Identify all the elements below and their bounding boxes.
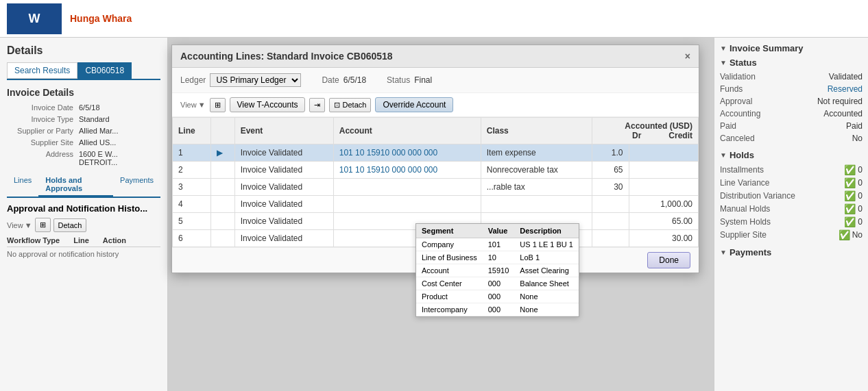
tab-holds-approvals[interactable]: Holds and Approvals: [38, 173, 113, 197]
modal-toolbar: View ▼ ⊞ View T-Accounts ⇥ ⊡ Detach Over…: [172, 93, 699, 117]
col-workflow-type: Workflow Type: [7, 236, 60, 244]
tab-search-results[interactable]: Search Results: [7, 62, 77, 79]
details-title: Details: [7, 45, 160, 57]
tabs-row: Search Results CB060518: [7, 62, 160, 80]
holds-badge: ✅ 0: [844, 203, 863, 214]
holds-badge: ✅ 0: [844, 164, 863, 175]
modal-detach-btn[interactable]: ⊡ Detach: [329, 98, 371, 112]
holds-count: 0: [858, 191, 863, 201]
supplier-site-label: Supplier Site: [7, 138, 79, 147]
modal-grid-btn[interactable]: ⊞: [210, 98, 226, 112]
tooltip-segment: Product: [416, 290, 483, 303]
status-label: Status: [387, 75, 410, 85]
cell-expand: [210, 179, 234, 196]
cell-event: Invoice Validated: [234, 179, 333, 196]
status-value: Final: [414, 75, 432, 85]
col-header-account: Account: [333, 118, 481, 144]
date-field: Date 6/5/18: [322, 73, 366, 87]
detach-btn[interactable]: Detach: [53, 218, 87, 232]
tooltip-segment: Intercompany: [416, 303, 483, 316]
cell-credit: [629, 162, 698, 179]
tooltip-col-value: Value: [483, 224, 515, 238]
cell-credit: 1,000.00: [629, 196, 698, 213]
status-rows: Validation Validated Funds Reserved Appr…: [720, 72, 863, 143]
holds-row: Supplier Site ✅ No: [720, 229, 863, 240]
tooltip-segment: Account: [416, 264, 483, 277]
tooltip-row: Account 15910 Asset Clearing: [416, 264, 579, 277]
status-row: Validation Validated: [720, 72, 863, 81]
cell-class: [481, 196, 592, 213]
cell-expand: [210, 213, 234, 230]
modal-title: Accounting Lines: Standard Invoice CB060…: [180, 51, 393, 62]
detach-icon: ⊡: [334, 101, 340, 109]
status-section-header: ▼ Status: [720, 58, 863, 68]
cell-credit: [629, 179, 698, 196]
status-label: Funds: [720, 84, 743, 94]
modal-close-button[interactable]: ×: [685, 51, 690, 62]
tooltip-description: LoB 1: [514, 251, 579, 264]
grid-icon-btn[interactable]: ⊞: [35, 218, 51, 232]
check-circle-icon: ✅: [844, 164, 856, 175]
cell-credit: [629, 144, 698, 162]
supplier-site-value: Allied US...: [79, 138, 116, 147]
expand-button[interactable]: ▶: [217, 148, 223, 157]
segment-tooltip: Segment Value Description Company 101 US…: [415, 223, 579, 317]
invoice-type-value: Standard: [79, 115, 110, 123]
no-history-text: No approval or notification history: [7, 250, 160, 258]
approval-col-headers: Workflow Type Line Action: [7, 236, 160, 247]
table-row: 2 Invoice Validated 101 10 15910 000 000…: [173, 162, 699, 179]
payments-title: Payments: [730, 247, 771, 257]
status-value: Paid: [846, 121, 863, 131]
payments-section-header: ▼ Payments: [720, 247, 863, 257]
cell-line: 5: [173, 213, 211, 230]
right-panel: ▼ Invoice Summary ▼ Status Validation Va…: [714, 38, 868, 391]
tab-cb060518[interactable]: CB060518: [77, 62, 132, 79]
modal-header: Accounting Lines: Standard Invoice CB060…: [172, 45, 699, 68]
status-row: Canceled No: [720, 134, 863, 143]
cell-class: Nonrecoverable tax: [481, 162, 592, 179]
holds-count: 0: [858, 178, 863, 188]
tab-lines[interactable]: Lines: [7, 173, 38, 197]
status-value: Accounted: [823, 109, 863, 118]
invoice-date-row: Invoice Date 6/5/18: [7, 103, 160, 112]
check-circle-icon: ✅: [839, 229, 850, 240]
status-row: Funds Reserved: [720, 84, 863, 94]
holds-triangle-icon: ▼: [720, 151, 727, 159]
cell-event: Invoice Validated: [234, 162, 333, 179]
tooltip-description: None: [514, 303, 579, 316]
tooltip-description: None: [514, 290, 579, 303]
logo-icon: W: [29, 12, 40, 26]
holds-row: Installments ✅ 0: [720, 164, 863, 175]
tooltip-description: Asset Clearing: [514, 264, 579, 277]
holds-badge: ✅ 0: [844, 177, 863, 188]
done-button[interactable]: Done: [647, 252, 690, 268]
holds-count: No: [852, 230, 863, 240]
override-account-button[interactable]: Override Account: [375, 97, 453, 112]
col-header-accounted: Accounted (USD) Dr Credit: [592, 118, 698, 144]
tooltip-value: 10: [483, 251, 515, 264]
cell-expand: [210, 162, 234, 179]
cell-dr: [592, 230, 629, 247]
tab-payments[interactable]: Payments: [113, 173, 160, 197]
ledger-field: Ledger US Primary Ledger: [180, 73, 301, 87]
holds-row: Line Variance ✅ 0: [720, 177, 863, 188]
status-label: Accounting: [720, 109, 760, 118]
modal-export-btn[interactable]: ⇥: [309, 98, 325, 112]
holds-label: System Holds: [720, 217, 771, 227]
status-triangle-icon: ▼: [720, 59, 727, 66]
tooltip-description: US 1 LE 1 BU 1: [514, 238, 579, 251]
supplier-party-row: Supplier or Party Allied Mar...: [7, 127, 160, 135]
check-circle-icon: ✅: [844, 177, 856, 188]
status-label: Canceled: [720, 134, 755, 143]
address-value: 1600 E W...DETROIT...: [79, 150, 118, 166]
status-section-title: Status: [730, 58, 757, 68]
supplier-party-label: Supplier or Party: [7, 127, 79, 135]
date-value: 6/5/18: [343, 75, 366, 85]
invoice-summary-header: ▼ Invoice Summary: [720, 43, 863, 53]
view-t-accounts-button[interactable]: View T-Accounts: [230, 97, 306, 112]
holds-section-title: Holds: [730, 150, 754, 160]
col-line: Line: [73, 236, 89, 244]
ledger-select[interactable]: US Primary Ledger: [210, 73, 301, 87]
tooltip-value: 000: [483, 303, 515, 316]
tooltip-col-description: Description: [514, 224, 579, 238]
